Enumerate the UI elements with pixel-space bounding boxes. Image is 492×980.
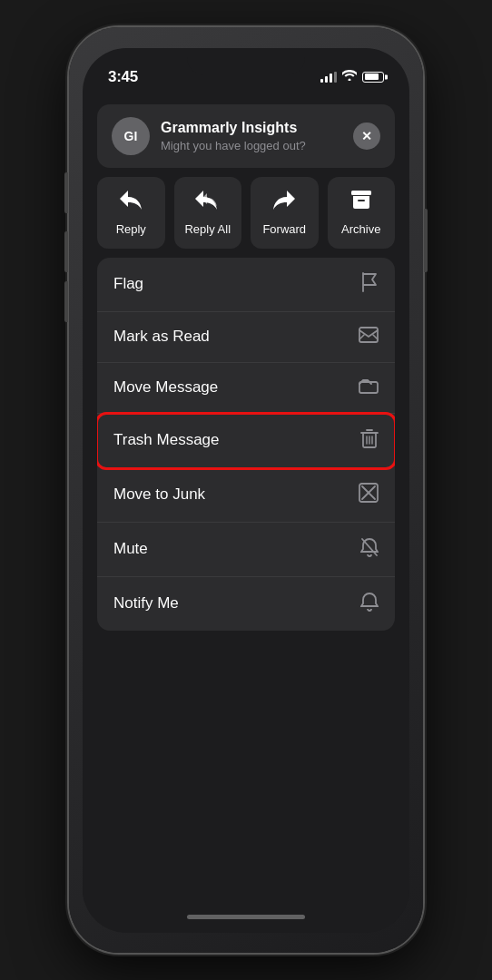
forward-button[interactable]: Forward	[251, 177, 319, 249]
move-to-junk-label: Move to Junk	[113, 485, 205, 504]
reply-all-button[interactable]: Reply All	[174, 177, 242, 249]
move-to-junk-menu-item[interactable]: Move to Junk	[97, 468, 395, 523]
flag-label: Flag	[113, 275, 143, 293]
signal-icon	[320, 72, 337, 83]
email-sender-info: GI Grammarly Insights Might you have log…	[112, 117, 306, 155]
move-to-junk-icon	[359, 483, 379, 507]
notify-me-icon	[360, 592, 379, 616]
trash-message-icon	[360, 428, 379, 453]
mute-icon	[360, 537, 379, 562]
email-subject: Might you have logged out?	[161, 139, 306, 152]
svg-rect-1	[359, 328, 378, 342]
archive-button[interactable]: Archive	[328, 177, 396, 249]
reply-icon	[119, 190, 143, 215]
svg-rect-0	[351, 191, 371, 195]
phone-screen: 3:45	[83, 48, 409, 933]
avatar: GI	[112, 117, 150, 155]
status-time: 3:45	[108, 68, 138, 86]
menu-section: Flag Mark as Read	[97, 258, 395, 631]
close-button[interactable]: ✕	[353, 122, 380, 150]
move-message-menu-item[interactable]: Move Message	[97, 363, 395, 414]
flag-icon	[360, 272, 379, 297]
notify-me-menu-item[interactable]: Notify Me	[97, 577, 395, 631]
reply-label: Reply	[116, 222, 146, 236]
flag-menu-item[interactable]: Flag	[97, 258, 395, 312]
reply-all-icon	[194, 190, 221, 215]
mark-as-read-menu-item[interactable]: Mark as Read	[97, 312, 395, 363]
sender-name: Grammarly Insights	[161, 120, 306, 136]
phone-frame: 3:45	[69, 27, 423, 953]
action-buttons-row: Reply Reply All	[97, 177, 395, 249]
mute-menu-item[interactable]: Mute	[97, 523, 395, 577]
archive-icon	[350, 190, 372, 215]
forward-icon	[272, 190, 296, 215]
trash-message-label: Trash Message	[113, 431, 220, 449]
status-icons	[320, 70, 384, 83]
action-sheet: GI Grammarly Insights Might you have log…	[83, 93, 409, 902]
wifi-icon	[342, 70, 357, 83]
notch	[187, 48, 305, 75]
home-indicator	[83, 902, 409, 933]
battery-icon	[362, 72, 384, 83]
move-message-icon	[359, 377, 379, 398]
reply-button[interactable]: Reply	[97, 177, 165, 249]
close-icon: ✕	[361, 130, 372, 142]
move-message-label: Move Message	[113, 378, 218, 397]
forward-label: Forward	[262, 222, 306, 236]
mark-as-read-icon	[359, 327, 379, 348]
screen-content: GI Grammarly Insights Might you have log…	[83, 93, 409, 902]
home-bar	[187, 915, 305, 919]
trash-message-menu-item[interactable]: Trash Message	[97, 414, 395, 468]
mark-as-read-label: Mark as Read	[113, 328, 210, 346]
mute-label: Mute	[113, 540, 148, 558]
email-text-info: Grammarly Insights Might you have logged…	[161, 120, 306, 152]
email-header-card: GI Grammarly Insights Might you have log…	[97, 104, 395, 168]
reply-all-label: Reply All	[184, 222, 231, 236]
notify-me-label: Notify Me	[113, 594, 179, 612]
svg-rect-4	[359, 382, 378, 393]
archive-label: Archive	[341, 222, 380, 236]
